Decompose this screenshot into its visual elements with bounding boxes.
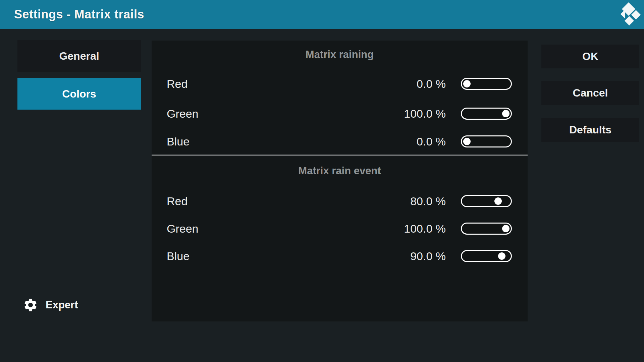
green-slider[interactable]	[461, 223, 512, 235]
setting-row-event-green[interactable]: Green 100.0 %	[167, 221, 512, 237]
ok-button-label: OK	[582, 50, 598, 63]
slider-knob[interactable]	[502, 110, 509, 117]
setting-label: Green	[167, 222, 392, 235]
dialog-titlebar: Settings - Matrix trails	[0, 0, 644, 29]
setting-value: 100.0 %	[392, 222, 446, 235]
setting-value: 0.0 %	[392, 135, 446, 148]
setting-row-raining-red[interactable]: Red 0.0 %	[167, 76, 512, 92]
slider-knob[interactable]	[463, 80, 471, 87]
settings-level-label: Expert	[46, 299, 78, 311]
setting-row-event-blue[interactable]: Blue 90.0 %	[167, 248, 512, 264]
kodi-logo-icon	[621, 2, 641, 26]
setting-row-event-red[interactable]: Red 80.0 %	[167, 193, 512, 209]
defaults-button[interactable]: Defaults	[541, 118, 639, 142]
blue-slider[interactable]	[461, 250, 512, 262]
setting-label: Blue	[167, 250, 392, 263]
setting-value: 90.0 %	[392, 250, 446, 263]
setting-value: 0.0 %	[392, 77, 446, 90]
section-header-matrix-raining: Matrix raining	[152, 48, 528, 61]
red-slider[interactable]	[461, 78, 512, 90]
gear-icon	[23, 297, 38, 313]
settings-panel: Matrix raining Red 0.0 % Green 100.0 % B…	[152, 41, 528, 321]
setting-label: Red	[167, 195, 392, 208]
setting-label: Red	[167, 77, 392, 90]
defaults-button-label: Defaults	[569, 124, 611, 136]
dialog-title: Settings - Matrix trails	[14, 0, 144, 29]
section-separator	[152, 155, 528, 156]
slider-knob[interactable]	[502, 225, 509, 232]
setting-label: Green	[167, 107, 392, 120]
sidebar-item-label: Colors	[62, 88, 96, 100]
settings-level-toggle[interactable]: Expert	[23, 296, 78, 314]
setting-row-raining-blue[interactable]: Blue 0.0 %	[167, 133, 512, 149]
slider-knob[interactable]	[463, 138, 471, 145]
setting-row-raining-green[interactable]: Green 100.0 %	[167, 106, 512, 122]
sidebar-item-label: General	[59, 50, 99, 62]
ok-button[interactable]: OK	[541, 45, 639, 68]
red-slider[interactable]	[461, 195, 512, 207]
slider-knob[interactable]	[498, 252, 505, 260]
setting-label: Blue	[167, 135, 392, 148]
sidebar-item-general[interactable]: General	[17, 40, 141, 72]
green-slider[interactable]	[461, 108, 512, 120]
blue-slider[interactable]	[461, 135, 512, 147]
cancel-button[interactable]: Cancel	[541, 81, 639, 105]
cancel-button-label: Cancel	[573, 87, 608, 99]
slider-knob[interactable]	[494, 197, 502, 205]
section-header-matrix-rain-event: Matrix rain event	[152, 164, 528, 178]
setting-value: 80.0 %	[392, 195, 446, 208]
setting-value: 100.0 %	[392, 107, 446, 120]
sidebar-item-colors[interactable]: Colors	[17, 78, 141, 110]
